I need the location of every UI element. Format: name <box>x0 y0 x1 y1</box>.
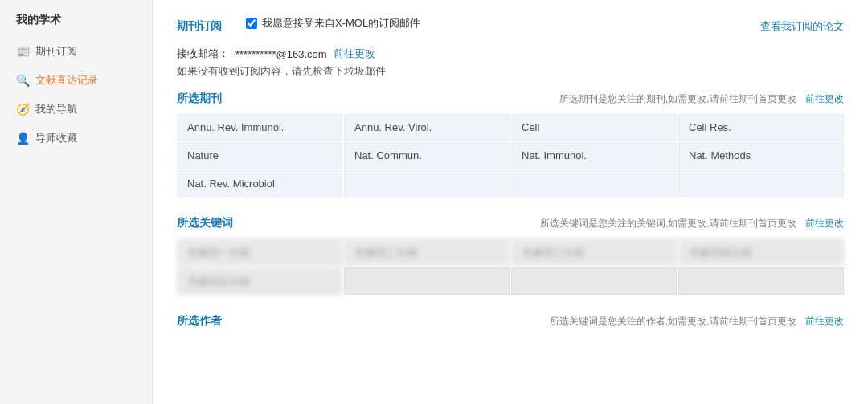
main-content: 期刊订阅 我愿意接受来自X-MOL的订阅邮件 查看我订阅的论文 接收邮箱： **… <box>153 0 868 404</box>
email-change-link[interactable]: 前往更改 <box>334 47 375 61</box>
journal-cell: Annu. Rev. Virol. <box>344 114 510 141</box>
keywords-header: 所选关键词 所选关键词是您关注的关键词,如需更改,请前往期刊首页更改 前往更改 <box>177 216 844 231</box>
journals-desc: 所选期刊是您关注的期刊,如需更改,请前往期刊首页更改 前往更改 <box>559 92 844 106</box>
keyword-cell: 关键词五示例 <box>177 267 342 295</box>
keyword-cell <box>344 267 510 295</box>
keyword-cell: 关键词一示例 <box>177 239 342 266</box>
journal-cell: Nat. Commun. <box>344 142 510 169</box>
journal-cell <box>344 170 510 197</box>
subscription-checkbox[interactable] <box>246 18 257 29</box>
sidebar-item-literature[interactable]: 🔍 文献直达记录 <box>0 66 152 95</box>
keywords-desc-text: 所选关键词是您关注的关键词,如需更改,请前往期刊首页更改 <box>540 218 796 229</box>
keyword-cell: 关键词四示例 <box>678 239 844 266</box>
literature-icon: 🔍 <box>16 74 29 87</box>
authors-change-link[interactable]: 前往更改 <box>805 316 844 327</box>
journal-cell: Nature <box>177 142 342 169</box>
keywords-section-title[interactable]: 所选关键词 <box>177 216 233 231</box>
email-hint: 如果没有收到订阅内容，请先检查下垃圾邮件 <box>177 64 844 79</box>
advisor-icon: 👤 <box>16 132 29 145</box>
keywords-change-link[interactable]: 前往更改 <box>805 218 844 229</box>
journals-change-link[interactable]: 前往更改 <box>805 93 844 104</box>
email-value: **********@163.com <box>235 48 327 60</box>
journal-icon: 📰 <box>16 45 29 58</box>
authors-section: 所选作者 所选关键词是您关注的作者,如需更改,请前往期刊首页更改 前往更改 <box>177 314 844 329</box>
journals-desc-text: 所选期刊是您关注的期刊,如需更改,请前往期刊首页更改 <box>559 93 796 104</box>
keywords-section: 所选关键词 所选关键词是您关注的关键词,如需更改,请前往期刊首页更改 前往更改 … <box>177 216 844 295</box>
navigation-icon: 🧭 <box>16 103 29 116</box>
sidebar: 我的学术 📰 期刊订阅 🔍 文献直达记录 🧭 我的导航 👤 导师收藏 <box>0 0 153 404</box>
keyword-cell: 关键词二示例 <box>344 239 510 266</box>
journals-section-title[interactable]: 所选期刊 <box>177 92 222 106</box>
sidebar-item-journals[interactable]: 📰 期刊订阅 <box>0 37 152 66</box>
email-subscription-area: 我愿意接受来自X-MOL的订阅邮件 <box>246 16 420 31</box>
authors-header: 所选作者 所选关键词是您关注的作者,如需更改,请前往期刊首页更改 前往更改 <box>177 314 844 329</box>
authors-section-title[interactable]: 所选作者 <box>177 314 222 329</box>
sidebar-item-navigation[interactable]: 🧭 我的导航 <box>0 95 152 124</box>
journal-cell: Cell Res. <box>678 114 844 141</box>
journal-cell: Nat. Methods <box>678 142 844 169</box>
subscription-label: 我愿意接受来自X-MOL的订阅邮件 <box>262 16 420 31</box>
journal-cell: Nat. Rev. Microbiol. <box>177 170 342 197</box>
journals-section: 所选期刊 所选期刊是您关注的期刊,如需更改,请前往期刊首页更改 前往更改 Ann… <box>177 92 844 197</box>
sidebar-item-navigation-label: 我的导航 <box>35 102 77 116</box>
journal-grid: Annu. Rev. Immunol.Annu. Rev. Virol.Cell… <box>177 114 844 197</box>
email-row: 接收邮箱： **********@163.com 前往更改 <box>177 47 844 61</box>
keyword-cell: 关键词三示例 <box>511 239 677 266</box>
page-title[interactable]: 期刊订阅 <box>177 19 222 34</box>
authors-desc-text: 所选关键词是您关注的作者,如需更改,请前往期刊首页更改 <box>550 316 796 327</box>
journal-cell: Annu. Rev. Immunol. <box>177 114 342 141</box>
keyword-grid: 关键词一示例关键词二示例关键词三示例关键词四示例关键词五示例 <box>177 239 844 295</box>
journal-cell <box>511 170 677 197</box>
keyword-cell <box>511 267 677 295</box>
top-header: 期刊订阅 我愿意接受来自X-MOL的订阅邮件 查看我订阅的论文 <box>177 16 844 37</box>
sidebar-title: 我的学术 <box>0 13 152 37</box>
journal-cell: Nat. Immunol. <box>511 142 677 169</box>
keywords-desc: 所选关键词是您关注的关键词,如需更改,请前往期刊首页更改 前往更改 <box>540 217 844 231</box>
journal-cell: Cell <box>511 114 677 141</box>
journal-cell <box>678 170 844 197</box>
sidebar-item-literature-label: 文献直达记录 <box>35 73 98 88</box>
journals-header: 所选期刊 所选期刊是您关注的期刊,如需更改,请前往期刊首页更改 前往更改 <box>177 92 844 106</box>
authors-desc: 所选关键词是您关注的作者,如需更改,请前往期刊首页更改 前往更改 <box>550 315 844 329</box>
sidebar-item-advisor-label: 导师收藏 <box>35 131 77 145</box>
email-label: 接收邮箱： <box>177 47 229 61</box>
sidebar-item-journals-label: 期刊订阅 <box>35 44 77 59</box>
sidebar-item-advisor[interactable]: 👤 导师收藏 <box>0 124 152 153</box>
keyword-cell <box>678 267 844 295</box>
view-subscribed-link[interactable]: 查看我订阅的论文 <box>760 19 844 34</box>
